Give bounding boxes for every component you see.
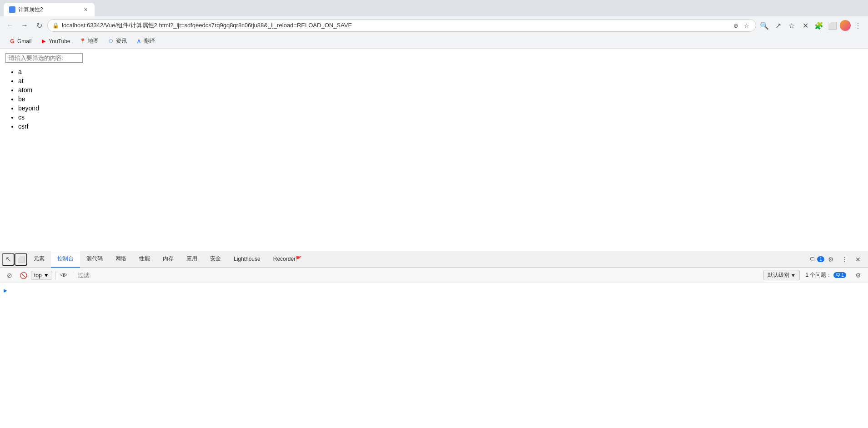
menu-button[interactable]: ⋮ (852, 19, 864, 32)
bookmark-maps-label: 地图 (88, 37, 99, 45)
tab-close-button[interactable]: ✕ (82, 6, 89, 13)
bookmark-translate-label: 翻译 (144, 37, 155, 45)
youtube-icon: ▶ (40, 38, 47, 45)
close-tab-button[interactable]: ✕ (799, 19, 812, 32)
bookmark-resource-label: 资讯 (116, 37, 127, 45)
tab-network[interactable]: 网络 (109, 251, 133, 252)
list-item: cs (18, 113, 863, 122)
list-item: csrf (18, 122, 863, 131)
list-item: beyond (18, 104, 863, 113)
bookmark-maps[interactable]: 📍 地图 (76, 36, 102, 46)
gmail-icon: G (9, 38, 15, 45)
maps-icon: 📍 (80, 38, 86, 45)
bookmark-gmail-label: Gmail (17, 38, 31, 45)
address-bar-icons: ⊕ ☆ (731, 21, 751, 30)
bookmark-resource[interactable]: ⬡ 资讯 (104, 36, 130, 46)
bookmark-youtube[interactable]: ▶ YouTube (37, 37, 74, 45)
list-item: atom (18, 85, 863, 95)
translate-icon: A (136, 38, 142, 45)
avatar[interactable] (840, 20, 851, 31)
bookmark-button[interactable]: ☆ (785, 19, 798, 32)
lock-icon: 🔒 (52, 22, 59, 29)
tab-memory[interactable]: 内存 (156, 251, 180, 252)
bookmark-gmail[interactable]: G Gmail (5, 37, 35, 45)
bookmark-youtube-label: YouTube (49, 38, 70, 45)
back-button[interactable]: ← (4, 19, 16, 32)
page-content: aatatombebeyondcscsrf (0, 49, 868, 251)
bookmark-translate[interactable]: A 翻译 (132, 36, 159, 46)
split-screen-button[interactable]: ⬜ (826, 19, 839, 32)
bookmarks-bar: G Gmail ▶ YouTube 📍 地图 ⬡ 资讯 A 翻译 (0, 35, 868, 48)
tab-elements[interactable]: 元素 (27, 251, 51, 252)
tab-console[interactable]: 控制台 (51, 251, 80, 252)
nav-right-buttons: 🔍 ↗ ☆ ✕ 🧩 ⬜ ⋮ (758, 19, 864, 32)
tab-title: 计算属性2 (18, 6, 79, 14)
list-item: at (18, 76, 863, 85)
tab-favicon (9, 6, 15, 13)
translate-page-icon[interactable]: ⊕ (731, 21, 740, 30)
tab-recorder[interactable]: Recorder 🚩 (267, 251, 308, 252)
address-bar[interactable]: 🔒 localhost:63342/Vue/组件/计算属性2.html?_ijt… (47, 19, 756, 32)
nav-bar: ← → ↻ 🔒 localhost:63342/Vue/组件/计算属性2.htm… (0, 16, 868, 35)
tab-performance[interactable]: 性能 (133, 251, 156, 252)
resource-icon: ⬡ (108, 38, 114, 45)
screen-search-button[interactable]: 🔍 (758, 19, 771, 32)
devtools-panel: ↖ ⬜ 元素 控制台 源代码 网络 性能 内存 应用 安全 Lighthouse (0, 251, 868, 251)
browser-chrome: 计算属性2 ✕ ← → ↻ 🔒 localhost:63342/Vue/组件/计… (0, 0, 868, 49)
forward-button[interactable]: → (18, 19, 31, 32)
filter-input[interactable] (5, 53, 83, 63)
tab-lighthouse[interactable]: Lighthouse (227, 251, 267, 252)
item-list: aatatombebeyondcscsrf (5, 67, 863, 131)
bookmark-star-icon[interactable]: ☆ (742, 21, 751, 30)
tab-application[interactable]: 应用 (180, 251, 204, 252)
tab-sources[interactable]: 源代码 (80, 251, 109, 252)
tab-security[interactable]: 安全 (204, 251, 227, 252)
browser-tab[interactable]: 计算属性2 ✕ (4, 3, 95, 16)
extensions-button[interactable]: 🧩 (813, 19, 825, 32)
tab-bar: 计算属性2 ✕ (0, 0, 868, 16)
list-item: be (18, 95, 863, 104)
share-button[interactable]: ↗ (772, 19, 784, 32)
reload-button[interactable]: ↻ (33, 19, 45, 32)
address-text: localhost:63342/Vue/组件/计算属性2.html?_ijt=s… (62, 21, 728, 30)
list-item: a (18, 67, 863, 76)
